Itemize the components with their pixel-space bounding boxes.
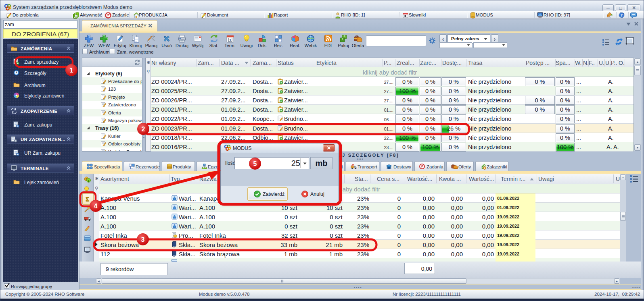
svg-text:4: 4 <box>94 203 98 210</box>
svg-text:5: 5 <box>253 160 257 167</box>
svg-text:3: 3 <box>141 236 145 243</box>
svg-text:2: 2 <box>142 126 145 133</box>
svg-text:1: 1 <box>70 67 73 74</box>
